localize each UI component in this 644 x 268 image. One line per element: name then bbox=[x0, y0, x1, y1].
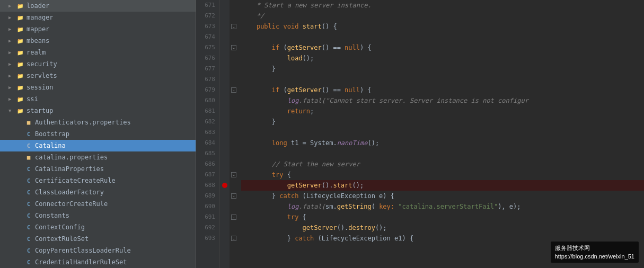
breakpoint-row[interactable] bbox=[220, 159, 230, 169]
breakpoint-row[interactable] bbox=[220, 64, 230, 74]
fold-marker bbox=[230, 148, 238, 159]
breakpoint-row[interactable] bbox=[220, 106, 230, 117]
breakpoint-row[interactable] bbox=[220, 201, 230, 212]
line-number: 683 bbox=[196, 127, 215, 138]
breakpoint-row[interactable] bbox=[220, 74, 230, 85]
tree-label: ssi bbox=[27, 95, 38, 103]
file-icon: C bbox=[24, 235, 33, 243]
code-line: // Start the new server bbox=[241, 159, 644, 169]
fold-marker[interactable]: - bbox=[230, 233, 238, 244]
fold-marker[interactable]: - bbox=[230, 42, 238, 53]
tree-label: Authenticators.properties bbox=[35, 119, 131, 126]
breakpoint-row[interactable] bbox=[220, 180, 230, 191]
file-icon: C bbox=[24, 211, 33, 220]
tree-item-copyparentclassloaderrule[interactable]: CCopyParentClassLoaderRule bbox=[0, 245, 196, 256]
breakpoint-row[interactable] bbox=[220, 32, 230, 42]
tree-item-authenticators-properties[interactable]: ■Authenticators.properties bbox=[0, 117, 196, 128]
file-icon: C bbox=[24, 176, 33, 185]
breakpoint-row[interactable] bbox=[220, 95, 230, 106]
line-number: 688 bbox=[196, 180, 215, 191]
breakpoint-row[interactable] bbox=[220, 222, 230, 233]
tree-label: security bbox=[27, 60, 57, 68]
tree-item-catalina-properties[interactable]: ■catalina.properties bbox=[0, 151, 196, 163]
breakpoint-row[interactable] bbox=[220, 53, 230, 64]
tree-label: Bootstrap bbox=[35, 130, 69, 138]
breakpoint-row[interactable] bbox=[220, 0, 230, 11]
code-editor: 6716726736746756766776786796806816826836… bbox=[196, 0, 644, 268]
tree-item-startup[interactable]: ▼📁startup bbox=[0, 105, 196, 117]
tree-item-contextruleset[interactable]: CContextRuleSet bbox=[0, 233, 196, 245]
tree-label: servlets bbox=[27, 72, 57, 79]
folder-icon: 📁 bbox=[16, 2, 24, 10]
tree-item-session[interactable]: ▶📁session bbox=[0, 82, 196, 93]
breakpoint-row[interactable] bbox=[220, 148, 230, 159]
breakpoint-row[interactable] bbox=[220, 233, 230, 244]
code-line: } bbox=[241, 64, 644, 74]
tree-item-mbeans[interactable]: ▶📁mbeans bbox=[0, 35, 196, 47]
tree-arrow: ▶ bbox=[8, 61, 16, 67]
tree-item-certificatecreaterule[interactable]: CCertificateCreateRule bbox=[0, 175, 196, 186]
breakpoint-row[interactable] bbox=[220, 11, 230, 21]
fold-marker[interactable]: - bbox=[230, 212, 238, 222]
tree-item-classloaderfactory[interactable]: CClassLoaderFactory bbox=[0, 186, 196, 198]
tree-item-constants[interactable]: CConstants bbox=[0, 210, 196, 221]
breakpoint-row[interactable] bbox=[220, 169, 230, 180]
fold-marker bbox=[230, 138, 238, 148]
fold-marker[interactable]: - bbox=[230, 21, 238, 32]
fold-marker[interactable]: - bbox=[230, 85, 238, 95]
folder-icon: 📁 bbox=[16, 37, 24, 45]
tree-item-contextconfig[interactable]: CContextConfig bbox=[0, 221, 196, 233]
tree-item-realm[interactable]: ▶📁realm bbox=[0, 47, 196, 58]
folder-icon: 📁 bbox=[16, 48, 24, 57]
breakpoint-row[interactable] bbox=[220, 138, 230, 148]
fold-marker bbox=[230, 180, 238, 191]
tree-item-catalinaproperties[interactable]: CCatalinaProperties bbox=[0, 163, 196, 175]
tree-item-servlets[interactable]: ▶📁servlets bbox=[0, 70, 196, 82]
folder-icon: 📁 bbox=[16, 95, 24, 103]
breakpoint-row[interactable] bbox=[220, 191, 230, 201]
file-icon: C bbox=[24, 258, 33, 266]
tree-item-ssi[interactable]: ▶📁ssi bbox=[0, 93, 196, 105]
fold-marker bbox=[230, 159, 238, 169]
breakpoint-row[interactable] bbox=[220, 21, 230, 32]
breakpoint-row[interactable] bbox=[220, 85, 230, 95]
tree-item-security[interactable]: ▶📁security bbox=[0, 58, 196, 70]
tree-item-manager[interactable]: ▶📁manager bbox=[0, 12, 196, 23]
fold-marker bbox=[230, 127, 238, 138]
tree-item-loader[interactable]: ▶📁loader bbox=[0, 0, 196, 12]
file-icon: C bbox=[24, 165, 33, 173]
tree-label: ContextConfig bbox=[35, 224, 85, 231]
tree-label: realm bbox=[27, 49, 46, 56]
code-content: * Start a new server instance. */ public… bbox=[238, 0, 644, 268]
code-line bbox=[241, 74, 644, 85]
line-number: 679 bbox=[196, 85, 215, 95]
fold-marker bbox=[230, 95, 238, 106]
line-number: 687 bbox=[196, 169, 215, 180]
tree-item-bootstrap[interactable]: CBootstrap bbox=[0, 128, 196, 140]
code-line: log.fatal("Cannot start server. Server i… bbox=[241, 95, 644, 106]
tree-arrow: ▶ bbox=[8, 26, 16, 32]
breakpoint-row[interactable] bbox=[220, 42, 230, 53]
code-line: try { bbox=[241, 169, 644, 180]
tree-item-catalina[interactable]: CCatalina bbox=[0, 140, 196, 151]
line-number: 677 bbox=[196, 64, 215, 74]
tree-label: Constants bbox=[35, 212, 69, 219]
line-number: 686 bbox=[196, 159, 215, 169]
folder-icon: 📁 bbox=[16, 83, 24, 92]
breakpoint-row[interactable] bbox=[220, 212, 230, 222]
file-tree: ▶📁loader▶📁manager▶📁mapper▶📁mbeans▶📁realm… bbox=[0, 0, 196, 268]
folder-icon: 📁 bbox=[16, 72, 24, 80]
code-line: public void start() { bbox=[241, 21, 644, 32]
tree-item-connectorcreaterule[interactable]: CConnectorCreateRule bbox=[0, 198, 196, 210]
tree-label: CertificateCreateRule bbox=[35, 177, 116, 184]
tree-item-mapper[interactable]: ▶📁mapper bbox=[0, 23, 196, 35]
tree-arrow: ▼ bbox=[8, 108, 16, 113]
fold-marker[interactable]: - bbox=[230, 191, 238, 201]
code-line bbox=[241, 32, 644, 42]
tree-item-credentialhandlerruleset[interactable]: CCredentialHandlerRuleSet bbox=[0, 256, 196, 268]
fold-marker[interactable]: - bbox=[230, 169, 238, 180]
fold-marker bbox=[230, 74, 238, 85]
line-number: 678 bbox=[196, 74, 215, 85]
breakpoint-row[interactable] bbox=[220, 117, 230, 127]
breakpoint-row[interactable] bbox=[220, 127, 230, 138]
